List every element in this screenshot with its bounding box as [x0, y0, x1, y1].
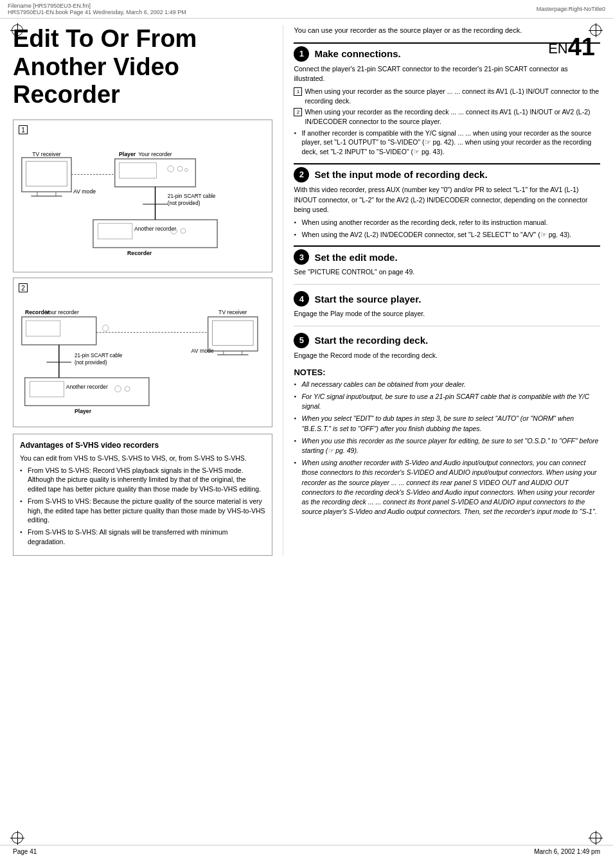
step-4-body: Engage the Play mode of the source playe…	[294, 309, 600, 319]
note-2: For Y/C signal input/output, be sure to …	[294, 392, 600, 411]
step-5: 5 Start the recording deck. Engage the R…	[294, 330, 600, 361]
step-1-number: 1	[294, 46, 309, 62]
page-number-display: EN41	[548, 33, 595, 61]
step-4-number: 4	[294, 291, 309, 306]
diagram-2-svg: Recorder Your recorder TV receiver AV mo…	[19, 295, 267, 420]
step-4-header: 4 Start the source player.	[294, 291, 600, 306]
step-1-bullets: If another recorder is compatible with t…	[294, 128, 600, 157]
svg-rect-33	[212, 321, 253, 346]
advantages-box: Advantages of S-VHS video recorders You …	[13, 434, 272, 556]
svg-point-47	[125, 386, 130, 391]
step-1-bullet-1: If another recorder is compatible with t…	[294, 128, 600, 157]
svg-text:21-pin SCART cable: 21-pin SCART cable	[75, 353, 123, 359]
note-4: When you use this recorder as the source…	[294, 436, 600, 456]
notes-title: NOTES:	[294, 368, 600, 377]
advantages-list: From VHS to S-VHS: Record VHS playback s…	[20, 466, 265, 547]
footer-right: March 6, 2002 1:49 pm	[534, 848, 600, 855]
step-2-number: 2	[294, 167, 309, 182]
corner-mark-br	[589, 831, 603, 845]
svg-text:AV mode: AV mode	[73, 188, 96, 195]
page-title: Edit To Or From Another Video Recorder	[13, 25, 272, 109]
step-3: 3 Set the edit mode. See "PICTURE CONTRO…	[294, 245, 600, 278]
svg-rect-2	[26, 161, 67, 186]
right-column: You can use your recorder as the source …	[283, 25, 600, 556]
svg-point-23	[181, 229, 186, 234]
step-1-note-2: 2 When using your recorder as the record…	[294, 107, 600, 126]
step-2-body: With this video recorder, press AUX (num…	[294, 185, 600, 240]
diagram-2-num: 2	[19, 283, 28, 292]
step-1-note-1: 1 When using your recorder as the source…	[294, 87, 600, 105]
notes-list: All necessary cables can be obtained fro…	[294, 380, 600, 517]
advantages-intro: You can edit from VHS to S-VHS, S-VHS to…	[20, 454, 265, 463]
step-5-number: 5	[294, 333, 309, 348]
svg-rect-29	[26, 321, 60, 336]
advantages-item-1: From VHS to S-VHS: Record VHS playback s…	[20, 466, 265, 494]
step-4: 4 Start the source player. Engage the Pl…	[294, 288, 600, 319]
svg-point-11	[184, 168, 188, 172]
page-header: Filename [HRS7950EU3-EN.fm] HRS7950EU1-E…	[0, 0, 613, 19]
step-2-header: 2 Set the input mode of recording deck.	[294, 167, 600, 182]
step-5-body: Engage the Record mode of the recording …	[294, 351, 600, 361]
step-3-body: See "PICTURE CONTROL" on page 49.	[294, 267, 600, 278]
advantages-item-2: From S-VHS to VHS: Because the picture q…	[20, 497, 265, 525]
step-2: 2 Set the input mode of recording deck. …	[294, 163, 600, 240]
svg-point-9	[168, 166, 174, 172]
step-2-bullets: When using another recorder as the recor…	[294, 218, 600, 239]
svg-text:Another recorder: Another recorder	[134, 226, 176, 232]
svg-point-46	[115, 386, 121, 393]
step-1-body: Connect the player's 21-pin SCART connec…	[294, 64, 600, 157]
main-content: Edit To Or From Another Video Recorder 1…	[0, 25, 613, 556]
svg-text:Another recorder: Another recorder	[66, 384, 108, 390]
step-3-title: Set the edit mode.	[314, 252, 397, 263]
svg-text:TV receiver: TV receiver	[218, 309, 247, 315]
note-3: When you select "EDIT" to dub tapes in s…	[294, 414, 600, 433]
step-5-header: 5 Start the recording deck.	[294, 333, 600, 348]
svg-rect-19	[93, 220, 217, 247]
page-footer: Page 41 March 6, 2002 1:49 pm	[0, 845, 613, 858]
step-1-title: Make connections.	[314, 48, 400, 59]
diagram-1-num: 1	[19, 125, 28, 134]
notes-section: NOTES: All necessary cables can be obtai…	[294, 368, 600, 517]
advantages-title: Advantages of S-VHS video recorders	[20, 441, 265, 450]
svg-text:21-pin SCART cable: 21-pin SCART cable	[168, 193, 216, 199]
svg-rect-27	[22, 317, 96, 344]
svg-text:Player: Player	[75, 408, 92, 414]
diagram-1-svg: TV receiver Your recorder Player	[19, 137, 267, 265]
svg-text:AV mode: AV mode	[191, 348, 214, 354]
svg-rect-45	[30, 382, 64, 397]
svg-text:Your recorder: Your recorder	[138, 152, 172, 158]
svg-text:Recorder: Recorder	[127, 250, 152, 256]
left-column: Edit To Or From Another Video Recorder 1…	[13, 25, 283, 556]
svg-rect-0	[22, 157, 71, 191]
svg-text:(not provided): (not provided)	[75, 360, 107, 366]
note-5: When using another recorder with S-Video…	[294, 458, 600, 517]
step-5-title: Start the recording deck.	[314, 335, 428, 346]
svg-text:Your recorder: Your recorder	[45, 309, 78, 315]
header-right: Masterpage:Right-NoTitle0	[537, 6, 605, 12]
svg-text:Player: Player	[119, 152, 136, 158]
svg-rect-21	[98, 224, 132, 239]
advantages-item-3: From S-VHS to S-VHS: All signals will be…	[20, 527, 265, 546]
header-left: Filename [HRS7950EU3-EN.fm] HRS7950EU1-E…	[8, 3, 186, 15]
step-2-title: Set the input mode of recording deck.	[314, 169, 487, 180]
diagram-1: 1 TV receiver Your recorder Playe	[13, 120, 272, 272]
diagram-2: 2 Recorder Your recorder TV receiver AV …	[13, 278, 272, 427]
step-3-number: 3	[294, 249, 309, 265]
step-4-title: Start the source player.	[314, 294, 421, 305]
step-3-header: 3 Set the edit mode.	[294, 249, 600, 265]
svg-rect-31	[208, 317, 258, 351]
step-2-bullet-2: When using the AV2 (L-2) IN/DECODER conn…	[294, 230, 600, 240]
corner-mark-tl	[10, 23, 24, 37]
divider-3-4	[294, 284, 600, 285]
svg-rect-8	[120, 163, 157, 178]
svg-rect-7	[115, 159, 196, 186]
step-2-bullet-1: When using another recorder as the recor…	[294, 218, 600, 227]
svg-text:(not provided): (not provided)	[168, 200, 200, 206]
footer-left: Page 41	[13, 848, 37, 855]
svg-rect-43	[25, 378, 149, 405]
svg-point-10	[177, 166, 182, 172]
corner-mark-bl	[10, 831, 24, 845]
divider-4-5	[294, 326, 600, 326]
note-1: All necessary cables can be obtained fro…	[294, 380, 600, 389]
svg-text:TV receiver: TV receiver	[32, 152, 61, 158]
